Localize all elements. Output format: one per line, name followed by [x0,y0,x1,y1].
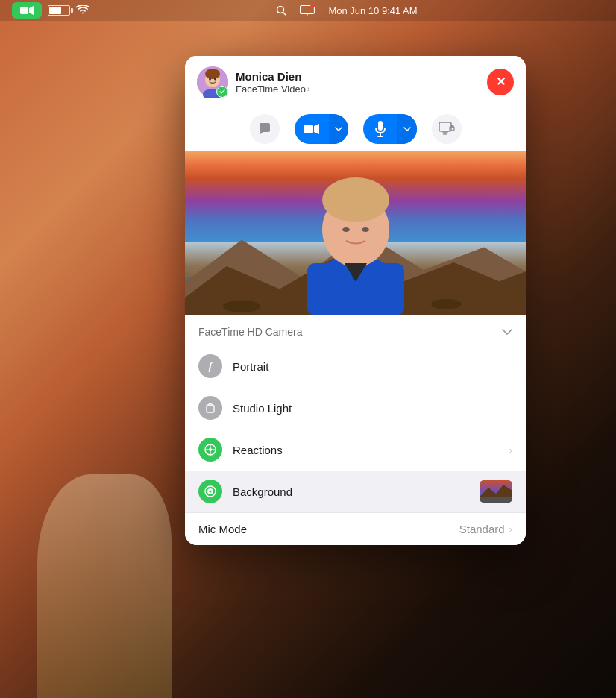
studio-light-icon [198,396,222,420]
contact-avatar: 🎮 [197,66,228,98]
menubar-left [12,2,89,19]
wifi-icon [76,5,89,16]
mic-dropdown-button[interactable] [397,114,417,144]
window-header: 🎮 Monica Dien FaceTime Video › ✕ [185,56,526,107]
video-feed [185,151,526,315]
svg-point-40 [362,227,369,232]
battery-fill [49,7,61,14]
svg-point-24 [450,125,453,128]
svg-point-13 [214,78,216,81]
reactions-svg-icon [204,443,217,456]
video-toggle-button[interactable] [295,114,329,144]
svg-point-49 [210,491,212,493]
call-type-label: FaceTime Video [236,84,306,95]
menubar: Mon Jun 10 9:41 AM [0,0,616,21]
mic-mode-chevron-icon: › [509,524,512,535]
display-icon[interactable] [300,5,315,16]
camera-label: FaceTime HD Camera [198,326,303,338]
search-icon[interactable] [276,5,286,16]
portrait-menu-item[interactable]: f Portrait [185,345,526,387]
svg-point-32 [431,299,462,309]
svg-point-39 [342,227,350,232]
svg-point-10 [205,69,220,79]
portrait-label: Portrait [233,360,512,373]
call-type-chevron[interactable]: › [307,84,310,93]
header-info: Monica Dien FaceTime Video › [236,70,480,95]
svg-rect-0 [20,7,28,14]
close-button[interactable]: ✕ [487,69,514,95]
svg-point-31 [223,301,261,312]
controls-bar [185,107,526,151]
mic-mode-menu-item[interactable]: Mic Mode Standard › [185,513,526,545]
avatar-badge [216,86,228,98]
mic-toggle-button[interactable] [363,114,397,144]
studio-light-menu-item[interactable]: Studio Light [185,387,526,429]
battery-indicator [48,5,70,16]
studio-light-label: Studio Light [233,402,512,415]
background-menu-item[interactable]: Background [185,471,526,512]
call-type: FaceTime Video › [236,84,480,95]
chevron-down-icon-2 [403,127,411,131]
svg-marker-1 [29,6,34,15]
background-icon [198,480,222,503]
mic-control-group [363,114,417,144]
camera-chevron-icon [502,329,512,335]
mic-icon [374,121,386,137]
background-label: Background [233,485,469,498]
svg-rect-17 [304,125,313,133]
svg-point-7 [310,5,315,7]
background-svg-icon [204,485,217,498]
share-screen-button[interactable] [432,114,462,144]
mic-mode-label: Mic Mode [198,523,459,535]
share-screen-icon [439,122,455,136]
reactions-label: Reactions [233,444,499,456]
video-control-group [295,114,348,144]
mic-mode-value: Standard [459,523,505,535]
desk-decoration [37,474,172,698]
reactions-icon [198,438,222,462]
camera-selector-header[interactable]: FaceTime HD Camera [185,315,526,345]
portrait-icon: f [198,354,222,378]
close-icon: ✕ [496,76,506,88]
video-effects-menu: FaceTime HD Camera f Portrait Studio Lig… [185,315,526,545]
menubar-center: Mon Jun 10 9:41 AM [89,5,604,16]
svg-point-46 [209,448,212,451]
video-dropdown-button[interactable] [329,114,348,144]
chat-button[interactable] [250,114,280,144]
menubar-time: Mon Jun 10 9:41 AM [328,5,417,16]
background-thumbnail-image [480,480,512,503]
cube-icon [204,402,216,414]
video-icon [304,123,320,135]
svg-line-3 [283,13,286,16]
chat-icon [257,122,272,136]
svg-point-38 [322,177,389,222]
svg-point-12 [209,78,211,81]
contact-name: Monica Dien [236,70,480,84]
svg-rect-19 [378,121,383,131]
video-camera-icon [20,5,34,16]
svg-marker-18 [314,124,319,134]
svg-rect-41 [207,406,214,412]
svg-rect-52 [480,497,512,503]
reactions-menu-item[interactable]: Reactions › [185,429,526,471]
facetime-menubar-icon[interactable] [12,2,42,19]
video-person [281,159,430,315]
chevron-down-icon [335,127,342,131]
reactions-chevron-icon: › [509,444,512,456]
facetime-window: 🎮 Monica Dien FaceTime Video › ✕ [185,56,526,545]
background-thumbnail [480,480,512,503]
